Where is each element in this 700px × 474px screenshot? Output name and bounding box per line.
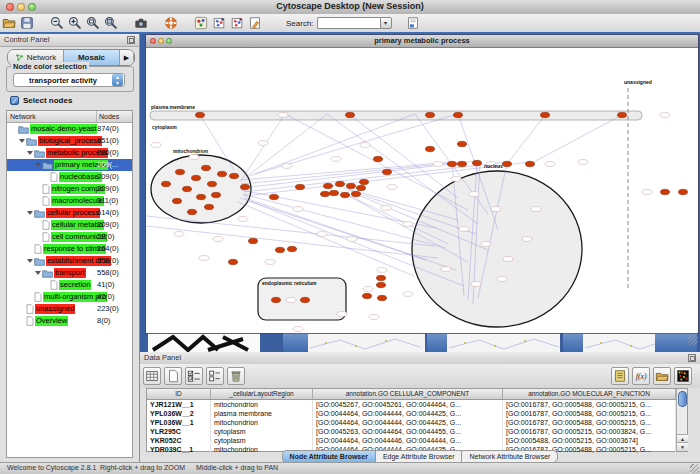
column-header-0[interactable]: ID [147,389,211,399]
open-session-icon[interactable] [0,15,18,31]
network-node-label-oval[interactable] [578,160,588,165]
network-node[interactable] [447,161,456,166]
snapshot-icon[interactable] [132,15,150,31]
table-cell[interactable]: [GO:0044464, GO:0044444, GO:0044425, G..… [313,409,503,418]
network-node-label-oval[interactable] [403,292,413,297]
network-node[interactable] [376,282,385,287]
network-node[interactable] [340,192,349,197]
expand-arrow-icon[interactable] [35,163,41,167]
network-edge[interactable] [241,162,462,184]
network-node-label-oval[interactable] [151,143,161,148]
network-node[interactable] [217,171,226,176]
network-node[interactable] [320,191,329,196]
network-node[interactable] [271,297,280,302]
network-node[interactable] [525,161,534,166]
network-node[interactable] [196,194,205,199]
network-node[interactable] [472,160,481,165]
network-node[interactable] [425,112,434,117]
network-node-label-oval[interactable] [238,217,248,222]
expand-arrow-icon[interactable] [27,259,33,263]
network-node[interactable] [660,189,669,194]
tab-overflow-arrow-icon[interactable]: ▶ [120,50,134,65]
zoom-selected-region-icon[interactable] [84,15,102,31]
tree-item-metabolic-process[interactable]: metabolic process280(0) [7,147,132,159]
background-window-fragment[interactable] [148,333,260,352]
network-node[interactable] [195,112,204,117]
search-dropdown-arrow-icon[interactable]: ▾ [380,17,392,29]
background-window-fragment[interactable] [427,333,447,352]
tree-item-secretion[interactable]: secretion41(0) [7,279,132,291]
network-node[interactable] [207,181,216,186]
open-attributes-icon[interactable] [653,367,671,385]
network-view-b-icon[interactable] [228,15,246,31]
table-cell[interactable]: [GO:0016787, GO:0005488, GO:0005215, G..… [503,418,676,427]
table-scrollbar[interactable]: ▲ ▼ [676,389,687,451]
background-window-fragment[interactable] [447,333,560,352]
network-node-label-oval[interactable] [293,327,303,332]
network-node[interactable] [187,209,196,214]
background-window-fragment[interactable] [563,333,583,352]
network-node[interactable] [229,173,238,178]
resize-grip-icon[interactable] [690,464,699,473]
network-node[interactable] [172,198,181,203]
network-node-label-oval[interactable] [331,157,341,162]
network-node-label-oval[interactable] [491,207,501,212]
network-node[interactable] [201,165,210,170]
network-node-label-oval[interactable] [503,257,513,262]
zoom-out-icon[interactable] [48,15,66,31]
new-attribute-icon[interactable] [164,367,182,385]
network-node[interactable] [269,194,278,199]
tree-item-cell-communicat[interactable]: cell communicat22(0) [7,231,132,243]
network-node[interactable] [240,184,249,189]
network-node[interactable] [329,190,338,195]
tree-item-nucleobase-[interactable]: nucleobase-209(0) [7,171,132,183]
table-cell[interactable]: [GO:0044464, GO:0044446, GO:0044444, G..… [313,436,503,445]
network-node[interactable] [335,181,344,186]
tree-item-establishment-of-lo[interactable]: establishment of lo558(0) [7,255,132,267]
network-node-label-oval[interactable] [282,164,292,169]
network-node[interactable] [425,146,434,151]
tree-item-transport[interactable]: transport558(0) [7,267,132,279]
table-cell[interactable]: cytoplasm [211,427,313,436]
select-attributes-icon[interactable] [185,367,203,385]
network-node[interactable] [373,156,382,161]
expand-arrow-icon[interactable] [27,151,33,155]
float-data-panel-icon[interactable] [688,354,696,362]
background-window-fragment[interactable] [283,333,308,352]
network-node-label-oval[interactable] [433,162,443,167]
table-row[interactable]: YLR295Ccytoplasm[GO:0045263, GO:0044464,… [147,427,676,436]
network-node[interactable] [175,169,184,174]
network-edge[interactable] [507,115,545,164]
expand-arrow-icon[interactable] [27,211,33,215]
tree-item-cellular-process[interactable]: cellular process614(0) [7,207,132,219]
network-node-label-oval[interactable] [451,177,461,182]
network-node-label-oval[interactable] [337,312,347,317]
network-node[interactable] [248,238,257,243]
network-node-label-oval[interactable] [441,267,451,272]
network-node-label-oval[interactable] [403,222,413,227]
network-node-label-oval[interactable] [213,237,223,242]
column-header-1[interactable]: _cellularLayoutRegion [211,389,313,399]
table-cell[interactable]: cytoplasm [211,436,313,445]
table-cell[interactable]: [GO:0016787, GO:0005488, GO:0005215, G..… [503,400,676,409]
network-view-titlebar[interactable]: primary metabolic process [146,35,698,48]
zoom-in-icon[interactable] [66,15,84,31]
network-node[interactable] [300,297,309,302]
network-node[interactable] [346,183,355,188]
cell-id[interactable]: YKR052C [147,436,211,445]
background-window-fragment[interactable] [308,333,425,352]
tree-item-unassigned[interactable]: unassigned223(0) [7,303,132,315]
network-node[interactable] [211,192,220,197]
search-input[interactable] [317,17,380,29]
table-cell[interactable]: [GO:0016787, GO:0005215, GO:0003824, G..… [503,427,676,436]
network-node[interactable] [457,161,466,166]
table-cell[interactable]: plasma membrane [211,409,313,418]
network-node-label-oval[interactable] [381,206,391,211]
network-node[interactable] [617,112,626,117]
network-node[interactable] [356,185,365,190]
cell-id[interactable]: YLR295C [147,427,211,436]
table-cell[interactable]: mitochondrion [211,418,313,427]
network-node[interactable] [161,181,170,186]
table-cell[interactable]: [GO:0045263, GO:0044464, GO:0044455, G..… [313,427,503,436]
network-node-label-oval[interactable] [363,287,373,292]
